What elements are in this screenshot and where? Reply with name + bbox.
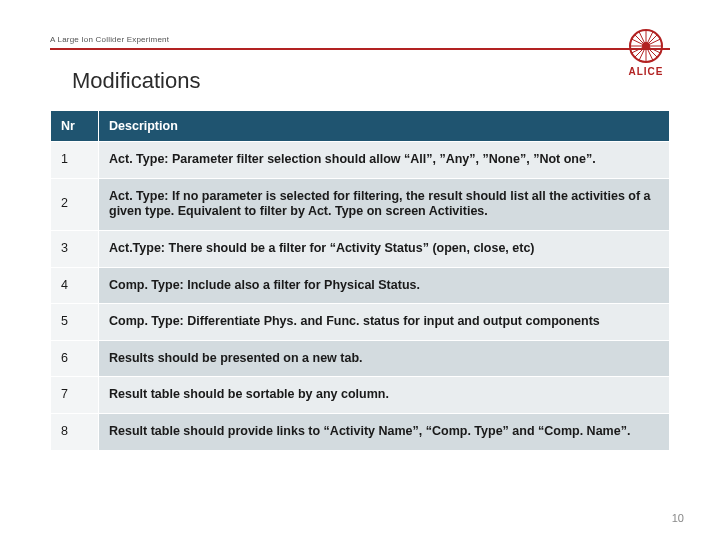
cell-nr: 3 (51, 230, 99, 267)
cell-description: Result table should be sortable by any c… (99, 377, 670, 414)
cell-description: Results should be presented on a new tab… (99, 340, 670, 377)
page-number: 10 (672, 512, 684, 524)
modifications-table: Nr Description 1 Act. Type: Parameter fi… (50, 110, 670, 451)
table-row: 6 Results should be presented on a new t… (51, 340, 670, 377)
cell-nr: 1 (51, 142, 99, 179)
cell-description: Result table should provide links to “Ac… (99, 414, 670, 451)
alice-logo-icon (628, 28, 664, 64)
table-row: 5 Comp. Type: Differentiate Phys. and Fu… (51, 304, 670, 341)
table-row: 4 Comp. Type: Include also a filter for … (51, 267, 670, 304)
cell-description: Act. Type: If no parameter is selected f… (99, 178, 670, 230)
col-description: Description (99, 111, 670, 142)
cell-nr: 4 (51, 267, 99, 304)
svg-point-9 (642, 42, 650, 50)
table-row: 3 Act.Type: There should be a filter for… (51, 230, 670, 267)
experiment-label: A Large Ion Collider Experiment (50, 35, 169, 44)
col-nr: Nr (51, 111, 99, 142)
table-row: 1 Act. Type: Parameter filter selection … (51, 142, 670, 179)
cell-description: Comp. Type: Include also a filter for Ph… (99, 267, 670, 304)
cell-description: Act. Type: Parameter filter selection sh… (99, 142, 670, 179)
cell-nr: 2 (51, 178, 99, 230)
cell-nr: 6 (51, 340, 99, 377)
cell-description: Act.Type: There should be a filter for “… (99, 230, 670, 267)
page-title: Modifications (72, 68, 200, 94)
cell-nr: 7 (51, 377, 99, 414)
table-body: 1 Act. Type: Parameter filter selection … (51, 142, 670, 451)
alice-logo-text: ALICE (622, 66, 670, 77)
table-row: 2 Act. Type: If no parameter is selected… (51, 178, 670, 230)
cell-description: Comp. Type: Differentiate Phys. and Func… (99, 304, 670, 341)
table-header-row: Nr Description (51, 111, 670, 142)
table-row: 8 Result table should provide links to “… (51, 414, 670, 451)
header-rule: A Large Ion Collider Experiment (50, 22, 670, 50)
cell-nr: 8 (51, 414, 99, 451)
table-row: 7 Result table should be sortable by any… (51, 377, 670, 414)
alice-logo: ALICE (622, 28, 670, 77)
cell-nr: 5 (51, 304, 99, 341)
